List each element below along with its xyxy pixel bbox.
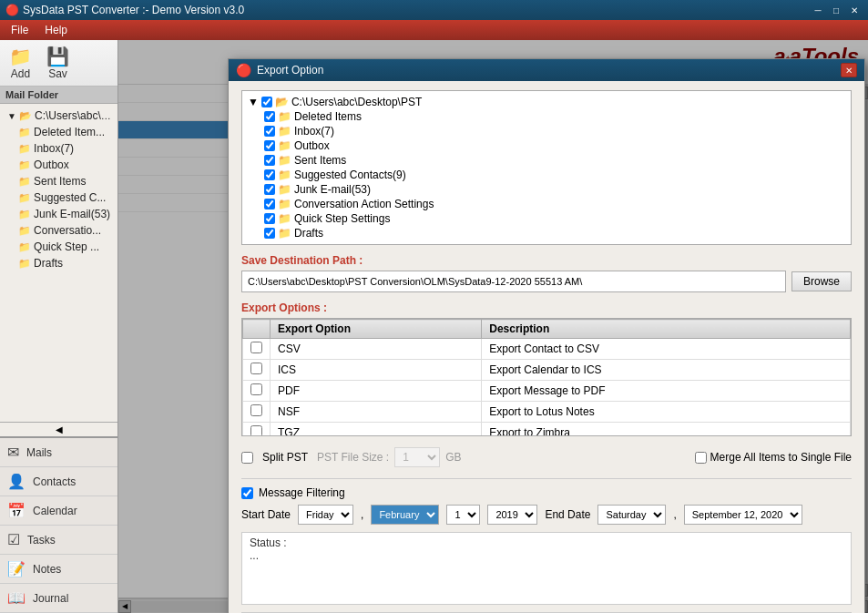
help-menu[interactable]: Help (37, 22, 75, 38)
browse-button[interactable]: Browse (791, 271, 852, 291)
dialog-icon: 🔴 (236, 63, 251, 77)
pdf-checkbox[interactable] (250, 383, 262, 395)
maximize-button[interactable]: □ (828, 3, 844, 17)
start-daynum-select[interactable]: 1 (446, 505, 480, 525)
table-row-tgz[interactable]: TGZ Export to Zimbra (243, 423, 851, 437)
file-menu[interactable]: File (4, 22, 36, 38)
ics-checkbox[interactable] (250, 363, 262, 374)
tree-item-quickstep[interactable]: 📁 Quick Step ... (0, 239, 117, 255)
dtree-quickstep-checkbox[interactable] (264, 213, 275, 224)
table-row-nsf[interactable]: NSF Export to Lotus Notes (243, 402, 851, 423)
csv-checkbox[interactable] (250, 342, 262, 353)
pdf-description: Export Message to PDF (482, 381, 851, 402)
journal-icon: 📖 (7, 589, 26, 607)
dtree-conv-label: Conversation Action Settings (294, 198, 434, 210)
dtree-deleted-checkbox[interactable] (264, 111, 275, 122)
dtree-sent-checkbox[interactable] (264, 155, 275, 166)
merge-check: Merge All Items to Single File (695, 451, 852, 464)
toolbar: 📁 Add 💾 Sav (0, 40, 117, 87)
start-month-select[interactable]: February (371, 505, 439, 525)
nav-icons: ✉ Mails 👤 Contacts 📅 Calendar ☑ Tasks 📝 … (0, 436, 117, 613)
dtree-inbox-checkbox[interactable] (264, 126, 275, 137)
nav-contacts[interactable]: 👤 Contacts (0, 467, 117, 496)
folder-icon: 📁 (278, 212, 291, 225)
merge-checkbox[interactable] (695, 452, 707, 464)
end-month-select[interactable]: September 12, 2020 (684, 505, 802, 525)
split-pst-checkbox[interactable] (241, 452, 253, 464)
tree-root[interactable]: ▼ 📂 C:\Users\abc\D... (0, 107, 117, 124)
tree-item-deleted[interactable]: 📁 Deleted Item... (0, 124, 117, 140)
right-area: ataTools nverter 2/2020 4:21:17 PM 27/20… (118, 40, 868, 613)
dtree-deleted[interactable]: 📁 Deleted Items (246, 109, 847, 124)
pst-size-select[interactable]: 1 (394, 447, 440, 467)
dtree-drafts-label: Drafts (294, 227, 323, 240)
tree-item-sent[interactable]: 📁 Sent Items (0, 173, 117, 189)
dtree-conv-checkbox[interactable] (264, 199, 275, 209)
tree-item-outbox[interactable]: 📁 Outbox (0, 157, 117, 173)
nav-journal[interactable]: 📖 Journal (0, 584, 117, 613)
save-destination-label: Save Destination Path : (241, 254, 852, 267)
save-button[interactable]: 💾 Sav (43, 44, 73, 82)
end-day-select[interactable]: Saturday (597, 505, 666, 525)
status-label: Status : (250, 536, 843, 549)
tasks-icon: ☑ (7, 531, 20, 548)
dtree-quickstep[interactable]: 📁 Quick Step Settings (246, 211, 847, 226)
tree-item-suggested[interactable]: 📁 Suggested C... (0, 189, 117, 206)
folder-icon: 📁 (278, 125, 291, 138)
minimize-button[interactable]: ─ (810, 3, 826, 17)
table-row-pdf[interactable]: PDF Export Message to PDF (243, 381, 851, 402)
table-row-csv[interactable]: CSV Export Contact to CSV (243, 339, 851, 360)
mail-icon: ✉ (7, 444, 19, 461)
panel-collapse-btn[interactable]: ◀ (0, 422, 117, 436)
dtree-root-row[interactable]: ▼ 📂 C:\Users\abc\Desktop\PST (246, 95, 847, 109)
table-row-ics[interactable]: ICS Export Calendar to ICS (243, 360, 851, 381)
calendar-icon: 📅 (7, 502, 26, 519)
dtree-outbox[interactable]: 📁 Outbox (246, 138, 847, 153)
tgz-checkbox[interactable] (250, 425, 262, 436)
ics-description: Export Calendar to ICS (482, 360, 851, 381)
dialog-title-bar: 🔴 Export Option ✕ (229, 59, 864, 81)
nsf-checkbox[interactable] (250, 404, 262, 416)
status-box: Status : ... (241, 532, 852, 605)
dtree-outbox-checkbox[interactable] (264, 140, 275, 151)
app-icon: 🔴 (5, 4, 19, 16)
save-path-input[interactable] (241, 271, 786, 292)
dtree-inbox[interactable]: 📁 Inbox(7) (246, 124, 847, 138)
tree-item-junk[interactable]: 📁 Junk E-mail(53) (0, 206, 117, 222)
start-year-select[interactable]: 2019 (487, 505, 537, 525)
dtree-drafts[interactable]: 📁 Drafts (246, 226, 847, 240)
pdf-option: PDF (271, 381, 482, 402)
dtree-sent[interactable]: 📁 Sent Items (246, 153, 847, 168)
message-filter-checkbox[interactable] (241, 487, 253, 499)
folder-icon: 📁 (278, 139, 291, 152)
dtree-suggested[interactable]: 📁 Suggested Contacts(9) (246, 168, 847, 182)
tree-item-inbox[interactable]: 📁 Inbox(7) (0, 140, 117, 157)
add-button[interactable]: 📁 Add (5, 44, 36, 82)
col-description: Description (482, 320, 851, 339)
nav-tasks[interactable]: ☑ Tasks (0, 526, 117, 555)
dtree-conv[interactable]: 📁 Conversation Action Settings (246, 197, 847, 211)
dtree-root-checkbox[interactable] (261, 97, 272, 107)
tgz-option: TGZ (271, 423, 482, 437)
dtree-drafts-checkbox[interactable] (264, 228, 275, 239)
csv-description: Export Contact to CSV (482, 339, 851, 360)
close-button[interactable]: ✕ (846, 3, 863, 17)
tree-item-drafts[interactable]: 📁 Drafts (0, 255, 117, 271)
dtree-expand-icon: ▼ (248, 96, 259, 108)
nav-mails[interactable]: ✉ Mails (0, 438, 117, 467)
start-day-select[interactable]: Friday (298, 505, 353, 525)
dtree-junk[interactable]: 📁 Junk E-mail(53) (246, 182, 847, 197)
title-bar: 🔴 SysData PST Converter :- Demo Version … (0, 0, 868, 20)
dialog-close-button[interactable]: ✕ (841, 63, 857, 77)
tree-item-conv[interactable]: 📁 Conversatio... (0, 222, 117, 239)
pst-unit: GB (445, 451, 461, 464)
comma1: , (361, 508, 363, 521)
folder-tree: ▼ 📂 C:\Users\abc\D... 📁 Deleted Item... … (0, 104, 117, 422)
nav-calendar[interactable]: 📅 Calendar (0, 496, 117, 526)
nsf-description: Export to Lotus Notes (482, 402, 851, 423)
export-dialog: 🔴 Export Option ✕ ▼ 📂 C:\Users\abc\Deskt… (228, 58, 865, 613)
dtree-junk-checkbox[interactable] (264, 184, 275, 195)
export-options-label: Export Options : (241, 301, 852, 314)
dtree-suggested-checkbox[interactable] (264, 169, 275, 180)
nav-notes[interactable]: 📝 Notes (0, 555, 117, 584)
